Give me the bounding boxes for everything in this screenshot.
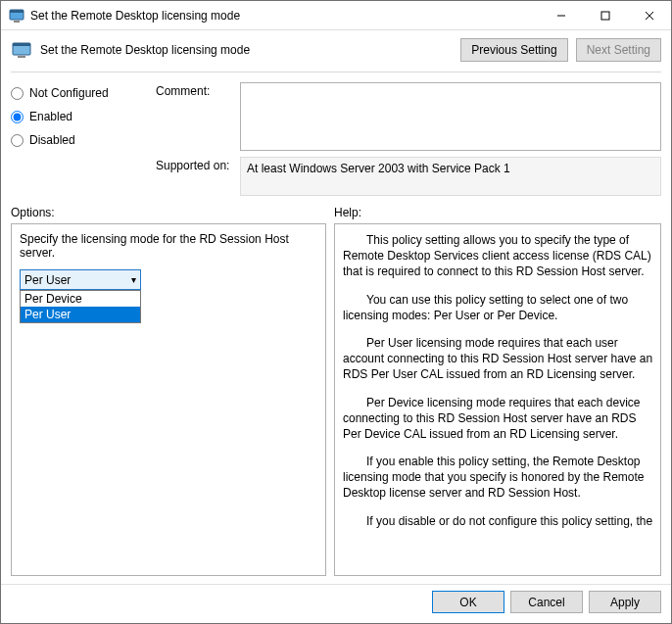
separator xyxy=(11,72,661,72)
licensing-mode-combo-wrap: Per User ▾ Per Device Per User xyxy=(20,269,141,290)
policy-icon xyxy=(11,39,32,61)
minimize-button[interactable] xyxy=(539,1,583,29)
chevron-down-icon: ▾ xyxy=(131,274,136,285)
ok-button[interactable]: OK xyxy=(432,591,504,613)
svg-rect-2 xyxy=(14,21,20,23)
help-panel[interactable]: This policy setting allows you to specif… xyxy=(334,223,661,576)
section-labels: Options: Help: xyxy=(1,196,671,221)
radio-not-configured-input[interactable] xyxy=(11,87,24,100)
svg-rect-8 xyxy=(13,43,30,46)
help-paragraph: If you enable this policy setting, the R… xyxy=(343,454,656,502)
header-row: Set the Remote Desktop licensing mode Pr… xyxy=(1,30,671,66)
radio-enabled-input[interactable] xyxy=(11,111,24,123)
help-paragraph: If you disable or do not configure this … xyxy=(343,513,656,529)
next-setting-button: Next Setting xyxy=(576,38,661,62)
svg-rect-4 xyxy=(601,12,609,20)
supported-row: Supported on: At least Windows Server 20… xyxy=(156,157,661,196)
radio-disabled-input[interactable] xyxy=(11,134,24,147)
maximize-button[interactable] xyxy=(583,1,627,29)
window-title: Set the Remote Desktop licensing mode xyxy=(30,9,539,23)
supported-label: Supported on: xyxy=(156,157,234,196)
help-paragraph: Per Device licensing mode requires that … xyxy=(343,395,656,443)
radio-label: Disabled xyxy=(29,133,75,147)
comment-label: Comment: xyxy=(156,82,234,151)
dropdown-option-per-device[interactable]: Per Device xyxy=(21,291,140,307)
help-section-label: Help: xyxy=(334,206,661,219)
help-paragraph: You can use this policy setting to selec… xyxy=(343,292,656,323)
header-title: Set the Remote Desktop licensing mode xyxy=(40,43,453,57)
comment-input[interactable] xyxy=(240,82,661,151)
apply-button[interactable]: Apply xyxy=(589,591,661,613)
options-description: Specify the licensing mode for the RD Se… xyxy=(20,232,317,260)
radio-enabled[interactable]: Enabled xyxy=(11,110,156,123)
radio-label: Enabled xyxy=(29,110,72,123)
dialog-window: Set the Remote Desktop licensing mode Se… xyxy=(0,0,672,624)
radio-not-configured[interactable]: Not Configured xyxy=(11,86,156,100)
combo-selected-value: Per User xyxy=(24,273,71,287)
dialog-footer: OK Cancel Apply xyxy=(1,584,671,623)
upper-section: Not Configured Enabled Disabled Comment:… xyxy=(1,78,671,196)
window-controls xyxy=(539,1,671,29)
licensing-mode-dropdown: Per Device Per User xyxy=(20,290,141,323)
svg-rect-9 xyxy=(18,56,25,58)
options-panel: Specify the licensing mode for the RD Se… xyxy=(11,223,326,576)
options-section-label: Options: xyxy=(11,206,334,219)
upper-right: Comment: Supported on: At least Windows … xyxy=(156,82,661,196)
close-button[interactable] xyxy=(627,1,671,29)
svg-rect-1 xyxy=(10,10,24,13)
titlebar: Set the Remote Desktop licensing mode xyxy=(1,1,671,30)
radio-label: Not Configured xyxy=(29,86,109,100)
dropdown-option-per-user[interactable]: Per User xyxy=(21,307,140,322)
state-radios: Not Configured Enabled Disabled xyxy=(11,82,156,196)
lower-section: Specify the licensing mode for the RD Se… xyxy=(1,221,671,584)
help-paragraph: Per User licensing mode requires that ea… xyxy=(343,335,656,383)
supported-value-box: At least Windows Server 2003 with Servic… xyxy=(240,157,661,196)
licensing-mode-combo[interactable]: Per User ▾ xyxy=(20,269,141,290)
previous-setting-button[interactable]: Previous Setting xyxy=(460,38,567,62)
cancel-button[interactable]: Cancel xyxy=(510,591,583,613)
app-icon xyxy=(9,8,24,24)
help-paragraph: This policy setting allows you to specif… xyxy=(343,232,656,280)
supported-value: At least Windows Server 2003 with Servic… xyxy=(247,162,510,175)
comment-row: Comment: xyxy=(156,82,661,151)
radio-disabled[interactable]: Disabled xyxy=(11,133,156,147)
